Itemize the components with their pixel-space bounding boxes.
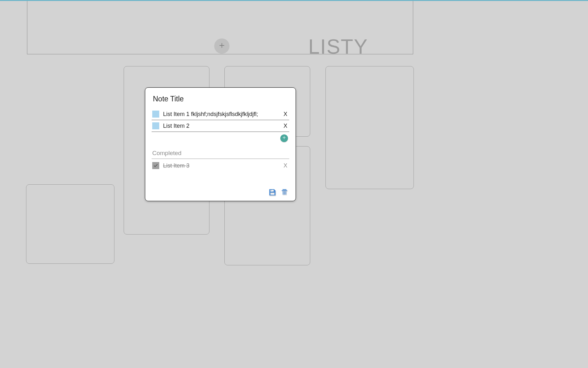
add-note-button[interactable] — [214, 38, 229, 54]
completed-section-header: Completed — [152, 150, 289, 159]
delete-item-button[interactable]: X — [282, 162, 289, 169]
delete-button[interactable] — [280, 188, 289, 196]
delete-item-button[interactable]: X — [282, 123, 289, 129]
list-item-row: List Item 1 fkljshf;ndsjfskjsflsdkjfkljd… — [152, 108, 289, 120]
svg-rect-0 — [272, 190, 273, 191]
note-edit-modal: Note Title List Item 1 fkljshf;ndsjfskjs… — [145, 87, 296, 201]
checkbox-checked-icon[interactable] — [152, 162, 159, 169]
plus-icon — [282, 135, 286, 141]
delete-item-button[interactable]: X — [282, 111, 289, 118]
brand-logo: LISTY — [308, 35, 368, 58]
list-item-text[interactable]: List Item 2 — [163, 123, 278, 129]
add-item-row — [152, 132, 289, 142]
list-item-text[interactable]: List Item 1 fkljshf;ndsjfskjsflsdkjfkljd… — [163, 111, 278, 118]
note-card[interactable] — [325, 66, 414, 189]
list-item-row: List Item 3 X — [152, 159, 289, 170]
plus-icon — [218, 42, 225, 50]
save-icon — [268, 192, 277, 197]
trash-icon — [280, 192, 289, 197]
checkbox-unchecked-icon[interactable] — [152, 111, 159, 118]
list-item-row: List Item 2 X — [152, 120, 289, 132]
add-item-button[interactable] — [280, 134, 288, 142]
modal-overlay: Note Title List Item 1 fkljshf;ndsjfskjs… — [0, 0, 588, 368]
save-button[interactable] — [268, 188, 277, 196]
note-card[interactable] — [26, 184, 114, 264]
note-title[interactable]: Note Title — [152, 95, 289, 103]
list-item-text[interactable]: List Item 3 — [163, 162, 278, 169]
modal-actions — [152, 188, 289, 196]
checkbox-unchecked-icon[interactable] — [152, 122, 159, 129]
